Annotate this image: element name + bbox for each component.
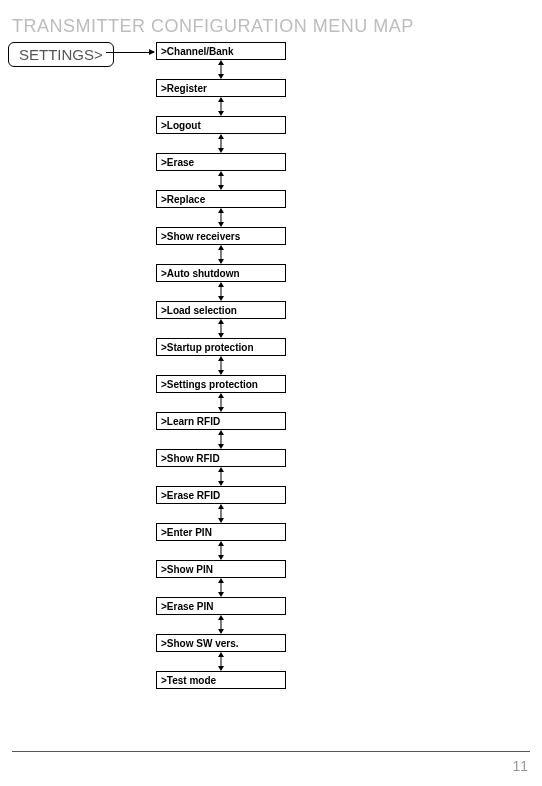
menu-item: >Enter PIN bbox=[156, 523, 286, 541]
menu-item: >Erase bbox=[156, 153, 286, 171]
menu-item: >Settings protection bbox=[156, 375, 286, 393]
menu-item: >Learn RFID bbox=[156, 412, 286, 430]
page-title: TRANSMITTER CONFIGURATION MENU MAP bbox=[12, 16, 414, 37]
menu-column: >Channel/Bank>Register>Logout>Erase>Repl… bbox=[156, 42, 286, 689]
double-arrow-icon bbox=[156, 208, 286, 227]
footer-divider bbox=[12, 751, 530, 752]
menu-item: >Startup protection bbox=[156, 338, 286, 356]
menu-item: >Logout bbox=[156, 116, 286, 134]
double-arrow-icon bbox=[156, 97, 286, 116]
double-arrow-icon bbox=[156, 245, 286, 264]
menu-item: >Channel/Bank bbox=[156, 42, 286, 60]
menu-item: >Load selection bbox=[156, 301, 286, 319]
page-number: 11 bbox=[512, 758, 528, 774]
menu-item: >Show SW vers. bbox=[156, 634, 286, 652]
menu-item: >Erase RFID bbox=[156, 486, 286, 504]
arrow-right-icon bbox=[106, 52, 154, 53]
double-arrow-icon bbox=[156, 615, 286, 634]
double-arrow-icon bbox=[156, 467, 286, 486]
double-arrow-icon bbox=[156, 60, 286, 79]
double-arrow-icon bbox=[156, 541, 286, 560]
menu-item: >Register bbox=[156, 79, 286, 97]
menu-item: >Replace bbox=[156, 190, 286, 208]
double-arrow-icon bbox=[156, 430, 286, 449]
double-arrow-icon bbox=[156, 652, 286, 671]
settings-root-box: SETTINGS> bbox=[8, 42, 114, 67]
double-arrow-icon bbox=[156, 393, 286, 412]
menu-item: >Auto shutdown bbox=[156, 264, 286, 282]
double-arrow-icon bbox=[156, 356, 286, 375]
double-arrow-icon bbox=[156, 504, 286, 523]
menu-item: >Test mode bbox=[156, 671, 286, 689]
double-arrow-icon bbox=[156, 319, 286, 338]
menu-item: >Show receivers bbox=[156, 227, 286, 245]
double-arrow-icon bbox=[156, 134, 286, 153]
menu-item: >Show PIN bbox=[156, 560, 286, 578]
menu-item: >Show RFID bbox=[156, 449, 286, 467]
double-arrow-icon bbox=[156, 578, 286, 597]
double-arrow-icon bbox=[156, 282, 286, 301]
double-arrow-icon bbox=[156, 171, 286, 190]
menu-item: >Erase PIN bbox=[156, 597, 286, 615]
